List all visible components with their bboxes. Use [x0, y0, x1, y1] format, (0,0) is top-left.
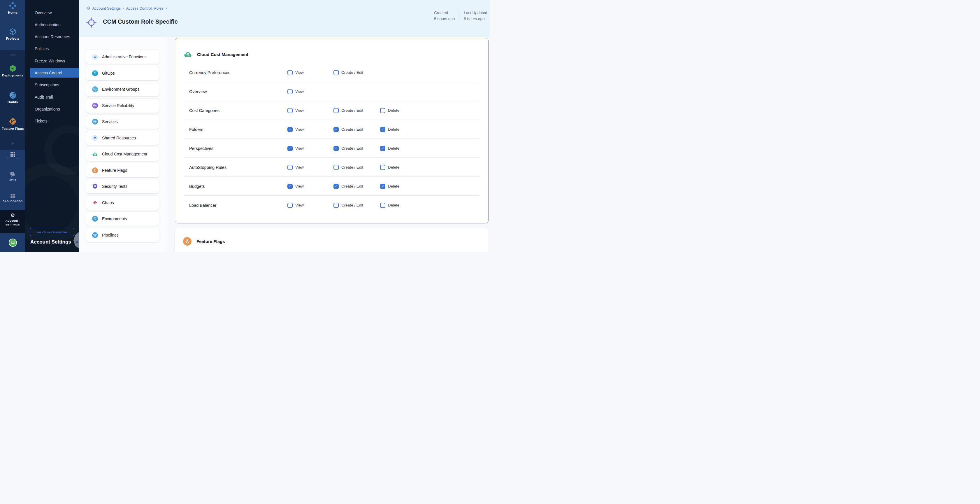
- rail-item-deployments[interactable]: ∞Deployments: [0, 64, 25, 77]
- permission-view[interactable]: View: [287, 89, 304, 94]
- subnav-item-tickets[interactable]: Tickets: [30, 116, 79, 126]
- category-card-cloud-cost-management[interactable]: $Cloud Cost Management: [86, 147, 159, 161]
- permission-label: Delete: [388, 146, 399, 150]
- category-card-gitops[interactable]: GitOps: [86, 66, 159, 80]
- feature-flags-panel: Feature Flags: [175, 228, 488, 252]
- rail-item-account-settings[interactable]: ⚙ ACCOUNT SETTINGS: [0, 213, 25, 226]
- category-card-administrative-functions[interactable]: ⚙Administrative Functions: [86, 50, 159, 64]
- category-card-shared-resources[interactable]: ❖Shared Resources: [86, 131, 159, 145]
- checkbox-unchecked[interactable]: [380, 108, 385, 113]
- checkbox-checked[interactable]: [380, 127, 385, 132]
- subnav-item-freeze-windows[interactable]: Freeze Windows: [30, 56, 79, 65]
- checkbox-unchecked[interactable]: [287, 70, 293, 75]
- module-selector-button[interactable]: [7, 150, 18, 159]
- permission-delete[interactable]: Delete: [380, 108, 399, 113]
- panel-title: Cloud Cost Management: [197, 52, 248, 57]
- checkbox-checked[interactable]: [334, 184, 339, 189]
- category-card-environments[interactable]: Environments: [86, 212, 159, 226]
- cube-outline-icon: [9, 28, 17, 35]
- permission-create-edit[interactable]: Create / Edit: [334, 70, 363, 75]
- module-rail: Home Projects ∞Deployments Builds Featur…: [0, 0, 25, 252]
- category-card-chaos[interactable]: Chaos: [86, 196, 159, 210]
- checkbox-unchecked[interactable]: [287, 203, 293, 208]
- rail-more-chevron-down-icon[interactable]: ▼: [0, 142, 25, 145]
- permission-row-cost-categories: Cost CategoriesViewCreate / EditDelete: [175, 101, 488, 120]
- checkbox-unchecked[interactable]: [287, 89, 293, 94]
- rail-item-help[interactable]: ?HELP: [0, 171, 25, 182]
- breadcrumb-access-control-roles[interactable]: Access Control: Roles: [126, 6, 164, 11]
- permission-view[interactable]: View: [287, 203, 304, 208]
- breadcrumb-account-settings[interactable]: Account Settings: [92, 6, 121, 11]
- subnav-item-authentication[interactable]: Authentication: [30, 20, 79, 29]
- checkbox-checked[interactable]: [287, 146, 293, 151]
- permission-view[interactable]: View: [287, 165, 304, 170]
- permission-view[interactable]: View: [287, 108, 304, 113]
- launch-first-generation-button[interactable]: Launch First Generation: [30, 228, 74, 236]
- category-card-pipelines[interactable]: Pipelines: [86, 228, 159, 242]
- rail-item-feature-flags[interactable]: Feature Flags: [0, 117, 25, 130]
- category-card-environment-groups[interactable]: Environment Groups: [86, 82, 159, 96]
- subnav-item-account-resources[interactable]: Account Resources: [30, 32, 79, 42]
- permission-create-edit[interactable]: Create / Edit: [334, 203, 363, 208]
- permission-delete[interactable]: Delete: [380, 127, 399, 132]
- subnav-item-policies[interactable]: Policies: [30, 44, 79, 54]
- permission-delete[interactable]: Delete: [380, 184, 399, 189]
- breadcrumb-gear-icon: ⚙: [86, 6, 90, 11]
- user-avatar[interactable]: CJ: [9, 239, 17, 247]
- breadcrumb: ⚙ Account Settings › Access Control: Rol…: [86, 6, 167, 11]
- rail-item-builds[interactable]: Builds: [0, 92, 25, 104]
- category-label: Feature Flags: [102, 168, 127, 173]
- permission-view[interactable]: View: [287, 70, 304, 75]
- git-branch-icon: [92, 70, 98, 76]
- checkbox-unchecked[interactable]: [334, 108, 339, 113]
- grid-panels-icon: [10, 193, 16, 199]
- rail-item-projects[interactable]: Projects: [0, 28, 25, 40]
- collapse-sidebar-icon[interactable]: ◀: [75, 240, 78, 244]
- shield-magnifier-icon: [92, 183, 98, 189]
- permission-view[interactable]: View: [287, 127, 304, 132]
- rail-item-home[interactable]: Home: [0, 2, 25, 14]
- subnav-item-overview[interactable]: Overview: [30, 8, 79, 18]
- checkbox-unchecked[interactable]: [380, 203, 385, 208]
- permission-create-edit[interactable]: Create / Edit: [334, 146, 363, 151]
- category-card-service-reliability[interactable]: Service Reliability: [86, 99, 159, 113]
- subnav-item-subscriptions[interactable]: Subscriptions: [30, 80, 79, 90]
- checkbox-checked[interactable]: [380, 184, 385, 189]
- checkbox-checked[interactable]: [287, 127, 293, 132]
- checkbox-unchecked[interactable]: [380, 165, 385, 170]
- permission-delete[interactable]: Delete: [380, 203, 399, 208]
- checkbox-unchecked[interactable]: [287, 165, 293, 170]
- permission-create-edit[interactable]: Create / Edit: [334, 165, 363, 170]
- subnav-item-audit-trail[interactable]: Audit Trail: [30, 92, 79, 102]
- chat-question-icon: ?: [10, 171, 16, 177]
- permission-create-edit[interactable]: Create / Edit: [334, 108, 363, 113]
- checkbox-checked[interactable]: [334, 146, 339, 151]
- category-card-security-tests[interactable]: Security Tests: [86, 179, 159, 193]
- permission-label: Delete: [388, 127, 399, 132]
- permission-label: Create / Edit: [341, 184, 363, 188]
- checkbox-checked[interactable]: [334, 127, 339, 132]
- checkbox-unchecked[interactable]: [334, 203, 339, 208]
- checkbox-unchecked[interactable]: [334, 165, 339, 170]
- subnav-item-access-control[interactable]: Access Control: [30, 68, 79, 78]
- category-card-feature-flags[interactable]: Feature Flags: [86, 163, 159, 177]
- category-label: GitOps: [102, 71, 115, 75]
- permission-view[interactable]: View: [287, 184, 304, 189]
- last-updated-value: 5 hours ago: [464, 17, 487, 21]
- checkbox-unchecked[interactable]: [287, 108, 293, 113]
- category-card-services[interactable]: Services: [86, 115, 159, 129]
- subnav-item-organizations[interactable]: Organizations: [30, 104, 79, 114]
- permission-delete[interactable]: Delete: [380, 165, 399, 170]
- subnav-list: OverviewAuthenticationAccount ResourcesP…: [25, 8, 79, 128]
- permission-delete[interactable]: Delete: [380, 146, 399, 151]
- permission-create-edit[interactable]: Create / Edit: [334, 184, 363, 189]
- permission-create-edit[interactable]: Create / Edit: [334, 127, 363, 132]
- checkbox-unchecked[interactable]: [334, 70, 339, 75]
- permission-label: Create / Edit: [341, 127, 363, 132]
- permission-view[interactable]: View: [287, 146, 304, 151]
- checkbox-checked[interactable]: [287, 184, 293, 189]
- grid-dots-icon: [10, 152, 16, 157]
- rail-item-dashboards[interactable]: DASHBOARDS: [0, 193, 25, 203]
- breadcrumb-separator: ›: [165, 6, 167, 11]
- checkbox-checked[interactable]: [380, 146, 385, 151]
